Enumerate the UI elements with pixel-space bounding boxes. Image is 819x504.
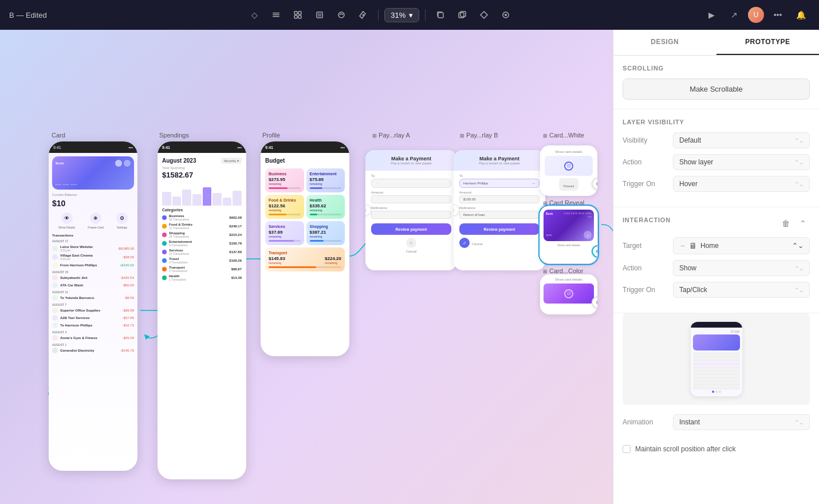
animation-dropdown[interactable]: Instant ⌃⌄ xyxy=(673,414,810,430)
cat-business-left: Business 16 Transactions xyxy=(162,214,189,221)
pay-b-to-field: To Harrison Phillips → xyxy=(459,174,540,188)
mask-tool-button[interactable] xyxy=(332,6,351,24)
transaction-8: A2B Taxi Services -$27.85 xyxy=(52,315,134,321)
avatar[interactable]: U xyxy=(748,7,764,23)
cat-transport-info: Transport 2 Transactions xyxy=(169,266,188,273)
b-shopping-name: Shopping xyxy=(310,225,342,229)
cat-transport: Transport 2 Transactions $98.87 xyxy=(162,266,242,273)
pay-b-review-btn[interactable]: Review payment xyxy=(459,223,540,235)
show-details-action[interactable]: 👁 Show Details xyxy=(58,212,75,229)
reveal-sound-icon: ♪ xyxy=(584,231,592,239)
trigger-row: Trigger On Hover ⌃⌄ xyxy=(623,176,810,192)
pay-b-cancel[interactable]: Cancel xyxy=(472,242,483,246)
pay-a-toggle[interactable]: ○ xyxy=(406,238,416,248)
b-ent-bar-bg xyxy=(310,187,342,189)
b-transport-amount2: $224.20 xyxy=(325,256,341,261)
card-color-frame[interactable]: Show card details ⊡ xyxy=(540,274,597,314)
components-button[interactable] xyxy=(475,6,493,24)
layer-action-dropdown[interactable]: Show layer ⌃⌄ xyxy=(673,154,810,170)
trigger-dropdown[interactable]: Hover ⌃⌄ xyxy=(673,176,810,192)
share-button[interactable]: ↗ xyxy=(725,6,743,24)
pen-tool-button[interactable] xyxy=(354,6,372,24)
pay-a-cancel[interactable]: Cancel xyxy=(371,250,451,253)
pay-b-toggle[interactable]: ✓ xyxy=(459,238,470,248)
face-id-symbol: ⊡ xyxy=(567,163,571,168)
frame-label-card-color: ⊞ Card...Color xyxy=(543,267,583,274)
freeze-card-action[interactable]: ❄ Freeze Card xyxy=(88,212,104,229)
pay-a-to-input[interactable]: → xyxy=(371,179,451,188)
play-button[interactable]: ▶ xyxy=(702,6,720,24)
reveal-card-top: Bank 1234 5678 9012 3456 7:25 xyxy=(544,210,594,220)
tab-design[interactable]: DESIGN xyxy=(613,30,716,55)
phone-frame-spendings[interactable]: 9:41 ▪▪▪ August 2023 Monthly ▾ Total Spe… xyxy=(158,141,246,479)
pay-b-to-input[interactable]: Harrison Phillips → xyxy=(459,179,540,188)
t8-amount: -$27.85 xyxy=(123,316,134,320)
group-tool-button[interactable] xyxy=(310,6,329,24)
interaction-trigger-dropdown[interactable]: Tap/Click ⌃⌄ xyxy=(673,282,810,298)
delete-interaction-button[interactable]: 🗑 xyxy=(779,216,793,230)
pay-b-ref-input[interactable]: Return of loan xyxy=(459,211,540,219)
more-button[interactable]: ••• xyxy=(769,6,787,24)
circle-2 xyxy=(124,160,131,167)
time-display: 9:41 xyxy=(53,145,61,149)
make-scrollable-button[interactable]: Make Scrollable xyxy=(623,78,810,100)
pay-a-review-btn[interactable]: Review payment xyxy=(371,223,451,235)
paste-tool-button[interactable] xyxy=(453,6,471,24)
align-tool-button[interactable] xyxy=(267,6,285,24)
home-tool-button[interactable]: ◇ xyxy=(245,6,263,24)
pressed-btn[interactable]: Pressed xyxy=(559,178,578,191)
variants-button[interactable] xyxy=(497,6,515,24)
animation-label: Animation xyxy=(623,418,668,426)
card-reveal-content: Bank 1234 5678 9012 3456 7:25 16/34 ♪ Sh… xyxy=(540,206,597,250)
pay-overlay-b-frame[interactable]: ‹ › Make a Payment Pay a recent or new p… xyxy=(454,150,545,270)
interaction-section: INTERACTION 🗑 ⌃ Target → 🖥 Home ⌃⌄ xyxy=(613,207,819,313)
pay-b-amount-input[interactable]: $150.00 xyxy=(459,195,540,203)
b-transport-right: $224.20 remaining xyxy=(325,256,341,265)
svg-rect-2 xyxy=(273,16,279,17)
pay-b-to-label: To xyxy=(459,174,540,178)
reveal-card-bottom: 16/34 ♪ xyxy=(546,231,592,239)
card-white-frame[interactable]: Show card details ⊡ Pressed xyxy=(540,145,597,196)
preview-status xyxy=(691,322,742,328)
trigger-value: Hover xyxy=(679,180,698,188)
card-reveal-frame[interactable]: Bank 1234 5678 9012 3456 7:25 16/34 ♪ Sh… xyxy=(540,206,597,263)
balance-label: Current Balance xyxy=(52,193,77,196)
t11-amount: -$146.76 xyxy=(120,349,134,352)
svg-rect-4 xyxy=(298,11,301,14)
notifications-button[interactable]: 🔔 xyxy=(792,6,810,24)
copy-tool-button[interactable] xyxy=(431,6,450,24)
cat-ent-transactions: 8 Transactions xyxy=(169,243,192,247)
pay-a-amount-input[interactable] xyxy=(371,195,451,203)
interaction-action-dropdown[interactable]: Show ⌃⌄ xyxy=(673,260,810,276)
card-top: Bank xyxy=(56,160,131,167)
canvas[interactable]: Card 9:41 ▪▪▪ Bank xyxy=(0,30,613,504)
zoom-control[interactable]: 31% ▾ xyxy=(384,8,419,22)
maintain-scroll-checkbox[interactable] xyxy=(623,445,631,453)
phone-frame-profile[interactable]: 9:41 ▪▪▪ Budget Business $273.95 remaini… xyxy=(261,141,349,356)
cat-services-info: Services 13 Transactions xyxy=(169,249,189,255)
cat-ent-info: Entertainment 8 Transactions xyxy=(169,240,192,247)
pay-a-ref-input[interactable] xyxy=(371,211,451,219)
pay-b-review-label: Review payment xyxy=(484,227,515,231)
frame-tool-button[interactable] xyxy=(289,6,307,24)
expand-interaction-button[interactable]: ⌃ xyxy=(796,216,810,230)
tab-prototype[interactable]: PROTOTYPE xyxy=(716,30,820,55)
target-dropdown[interactable]: → 🖥 Home ⌃⌄ xyxy=(673,237,810,254)
transaction-11: Generalist Electricity -$146.76 xyxy=(52,348,134,353)
toolbar-separator-2 xyxy=(425,9,426,21)
transaction-1: Leica Store Wettzlar 3:31 pm -$8,995.00 xyxy=(52,245,134,252)
b-ent-sub: remaining xyxy=(310,182,342,186)
transaction-3: From Harrison Phillips +$100.00 xyxy=(52,262,134,268)
spendings-status-bar: 9:41 ▪▪▪ xyxy=(158,141,246,153)
phone-frame-card[interactable]: 9:41 ▪▪▪ Bank •••• •••• •••• xyxy=(49,141,137,471)
b-transport-sub2: remaining xyxy=(325,261,341,265)
b-transport-left: $145.83 remaining xyxy=(269,256,285,265)
visibility-dropdown[interactable]: Default ⌃⌄ xyxy=(673,132,810,148)
t6-amount: -$8.56 xyxy=(124,296,134,300)
card-white-card: ⊡ xyxy=(545,156,593,176)
card-reveal-toggle[interactable] xyxy=(592,245,597,258)
pay-overlay-a-frame[interactable]: ‹ Make a Payment Pay a recent or new pay… xyxy=(365,150,457,270)
pay-b-amount-field: Amount: $150.00 xyxy=(459,191,540,203)
settings-action[interactable]: ⚙ Settings xyxy=(116,212,128,229)
cat-health-left: Health 1 Transaction xyxy=(162,274,186,281)
